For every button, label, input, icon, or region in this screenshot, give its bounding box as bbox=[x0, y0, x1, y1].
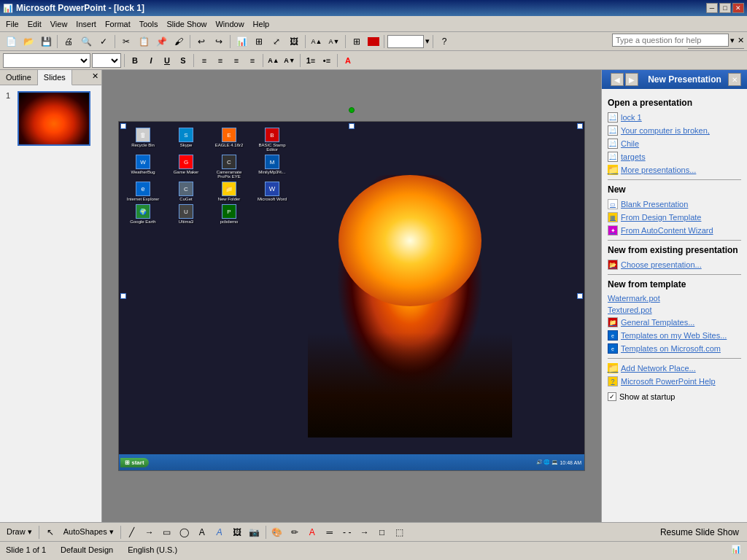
open-btn[interactable]: 📂 bbox=[20, 34, 36, 50]
help-input[interactable] bbox=[612, 34, 729, 47]
close-panel-button[interactable]: ✕ bbox=[728, 73, 741, 86]
ppt-help[interactable]: ? Microsoft PowerPoint Help bbox=[608, 376, 741, 386]
back-arrow[interactable]: ◀ bbox=[611, 73, 624, 86]
draw-btn[interactable]: Draw ▾ bbox=[3, 524, 36, 540]
italic-button[interactable]: I bbox=[144, 53, 158, 68]
underline-button[interactable]: U bbox=[160, 53, 174, 68]
font-size-select[interactable] bbox=[92, 53, 121, 68]
align-left-button[interactable]: ≡ bbox=[197, 53, 212, 68]
slides-tab[interactable]: Slides bbox=[38, 70, 72, 85]
slide-canvas[interactable]: 🗑 Recycle Bin S Skype E EAGLE 4.16r2 B B… bbox=[118, 121, 585, 471]
grid-btn[interactable]: ⊞ bbox=[349, 34, 365, 50]
menu-edit[interactable]: Edit bbox=[23, 18, 46, 30]
font-dn-btn[interactable]: A▼ bbox=[326, 34, 342, 50]
general-templates[interactable]: 📁 General Templates... bbox=[608, 317, 741, 327]
font-up-btn[interactable]: A▲ bbox=[309, 34, 325, 50]
wordart-btn[interactable]: A bbox=[212, 524, 228, 540]
align-right-button[interactable]: ≡ bbox=[229, 53, 244, 68]
rect-btn[interactable]: ▭ bbox=[159, 524, 175, 540]
from-design-template[interactable]: ▦ From Design Template bbox=[608, 212, 741, 222]
watermark-pot[interactable]: Watermark.pot bbox=[608, 294, 741, 303]
close-button[interactable]: ✕ bbox=[732, 3, 744, 13]
justify-button[interactable]: ≡ bbox=[245, 53, 260, 68]
menu-tools[interactable]: Tools bbox=[135, 18, 163, 30]
templates-microsoft[interactable]: e Templates on Microsoft.com bbox=[608, 343, 741, 354]
slide-thumbnail-1[interactable]: 1 bbox=[6, 91, 96, 146]
from-autocontent[interactable]: ✦ From AutoContent Wizard bbox=[608, 225, 741, 236]
outline-tab[interactable]: Outline bbox=[0, 70, 38, 85]
new-btn[interactable]: 📄 bbox=[3, 34, 19, 50]
cut-btn[interactable]: ✂ bbox=[118, 34, 134, 50]
3d-btn[interactable]: ⬚ bbox=[392, 524, 408, 540]
arrow-btn[interactable]: → bbox=[142, 524, 158, 540]
resume-slideshow-btn[interactable]: Resume Slide Show bbox=[655, 524, 744, 540]
sel-handle-tr[interactable] bbox=[577, 123, 583, 129]
save-btn[interactable]: 💾 bbox=[38, 34, 54, 50]
help-btn[interactable]: ? bbox=[436, 34, 452, 50]
recent-lock1[interactable]: 📄 lock 1 bbox=[608, 112, 741, 122]
close-help-icon[interactable]: ✕ bbox=[738, 36, 744, 45]
blank-presentation[interactable]: ▭ Blank Presentation bbox=[608, 199, 741, 209]
shadow-button[interactable]: S bbox=[176, 53, 190, 68]
dash-btn[interactable]: - - bbox=[339, 524, 355, 540]
format-painter-btn[interactable]: 🖌 bbox=[171, 34, 187, 50]
chart-btn[interactable]: 📊 bbox=[233, 34, 249, 50]
table-btn[interactable]: ⊞ bbox=[251, 34, 267, 50]
templates-my-sites[interactable]: e Templates on my Web Sites... bbox=[608, 330, 741, 341]
undo-btn[interactable]: ↩ bbox=[193, 34, 209, 50]
restore-button[interactable]: □ bbox=[719, 3, 731, 13]
textured-pot[interactable]: Textured.pot bbox=[608, 306, 741, 314]
sel-handle-tl[interactable] bbox=[120, 123, 126, 129]
minimize-button[interactable]: ─ bbox=[706, 3, 718, 13]
align-center-button[interactable]: ≡ bbox=[213, 53, 228, 68]
insert-pic-btn[interactable]: 🖼 bbox=[286, 34, 302, 50]
rotate-handle[interactable] bbox=[349, 107, 355, 113]
more-presentations[interactable]: 📁 More presentations... bbox=[608, 165, 741, 175]
menu-file[interactable]: File bbox=[1, 18, 23, 30]
arrow-style-btn[interactable]: → bbox=[357, 524, 373, 540]
copy-btn[interactable]: 📋 bbox=[136, 34, 152, 50]
font-color-btn2[interactable]: A bbox=[304, 524, 320, 540]
preview-btn[interactable]: 🔍 bbox=[78, 34, 94, 50]
zoom-arrow[interactable]: ▾ bbox=[425, 36, 430, 46]
oval-btn[interactable]: ◯ bbox=[177, 524, 193, 540]
select-btn[interactable]: ↖ bbox=[42, 524, 58, 540]
line-style-btn[interactable]: ═ bbox=[322, 524, 338, 540]
num-list-button[interactable]: 1≡ bbox=[303, 53, 318, 68]
menu-help[interactable]: Help bbox=[249, 18, 274, 30]
menu-format[interactable]: Format bbox=[101, 18, 135, 30]
recent-targets[interactable]: 📄 targets bbox=[608, 152, 741, 162]
shadow-style-btn[interactable]: □ bbox=[374, 524, 390, 540]
redo-btn[interactable]: ↪ bbox=[211, 34, 227, 50]
bul-list-button[interactable]: •≡ bbox=[320, 53, 334, 68]
bold-button[interactable]: B bbox=[128, 53, 142, 68]
line-color-btn[interactable]: ✏ bbox=[287, 524, 303, 540]
menu-insert[interactable]: Insert bbox=[71, 18, 101, 30]
font-up2-button[interactable]: A▲ bbox=[266, 53, 281, 68]
line-btn[interactable]: ╱ bbox=[124, 524, 140, 540]
menu-view[interactable]: View bbox=[46, 18, 72, 30]
menu-slideshow[interactable]: Slide Show bbox=[162, 18, 211, 30]
expand-btn[interactable]: ⤢ bbox=[268, 34, 285, 50]
color-btn[interactable] bbox=[368, 37, 379, 46]
forward-arrow[interactable]: ▶ bbox=[625, 73, 638, 86]
pic-btn[interactable]: 📷 bbox=[247, 524, 263, 540]
font-dn2-button[interactable]: A▼ bbox=[282, 53, 297, 68]
add-network-place[interactable]: 📁 Add Network Place... bbox=[608, 363, 741, 373]
sel-handle-mr[interactable] bbox=[577, 293, 583, 299]
fill-color-btn[interactable]: 🎨 bbox=[269, 524, 285, 540]
start-button[interactable]: ⊞ start bbox=[120, 458, 149, 467]
choose-presentation[interactable]: 📂 Choose presentation... bbox=[608, 260, 741, 270]
print-btn[interactable]: 🖨 bbox=[61, 34, 77, 50]
textbox-btn[interactable]: A bbox=[194, 524, 210, 540]
sel-handle-ml[interactable] bbox=[120, 293, 126, 299]
sel-handle-tm[interactable] bbox=[349, 123, 355, 129]
font-color-button[interactable]: A bbox=[341, 53, 355, 68]
paste-btn[interactable]: 📌 bbox=[153, 34, 169, 50]
clipart-btn[interactable]: 🖼 bbox=[229, 524, 245, 540]
show-startup-checkbox[interactable]: ✓ bbox=[608, 392, 616, 401]
spellcheck-btn[interactable]: ✓ bbox=[96, 34, 112, 50]
autoshapes-btn[interactable]: AutoShapes ▾ bbox=[60, 524, 117, 540]
font-family-select[interactable] bbox=[3, 53, 90, 68]
zoom-input[interactable]: 67% bbox=[387, 35, 424, 48]
